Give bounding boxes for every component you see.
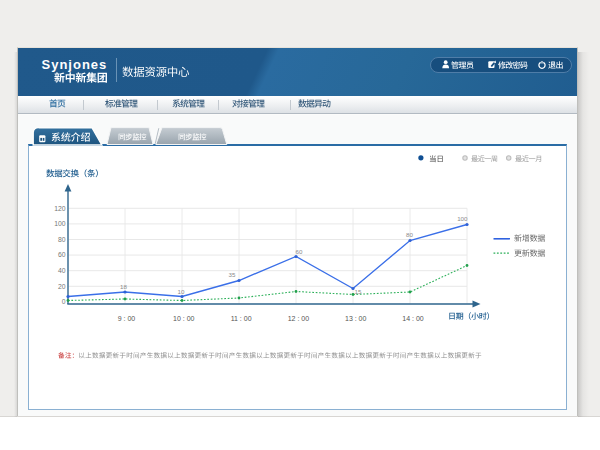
svg-text:10 : 00: 10 : 00 [173,315,195,322]
svg-text:15: 15 [355,288,362,295]
svg-text:80: 80 [406,231,413,238]
svg-text:80: 80 [58,236,66,243]
svg-text:120: 120 [54,205,66,212]
svg-text:0: 0 [62,298,66,305]
svg-text:18: 18 [120,283,127,290]
svg-text:10: 10 [178,288,185,295]
svg-text:35: 35 [229,271,236,278]
svg-text:11 : 00: 11 : 00 [231,315,252,322]
svg-text:40: 40 [58,267,66,274]
svg-text:100: 100 [457,215,468,222]
svg-text:9 : 00: 9 : 00 [118,315,136,322]
svg-text:60: 60 [296,248,303,255]
svg-text:20: 20 [58,283,66,290]
svg-text:100: 100 [54,220,66,227]
svg-text:14 : 00: 14 : 00 [402,315,424,322]
svg-text:60: 60 [58,251,66,258]
svg-text:12 : 00: 12 : 00 [288,315,310,322]
svg-text:13 : 00: 13 : 00 [345,315,367,322]
